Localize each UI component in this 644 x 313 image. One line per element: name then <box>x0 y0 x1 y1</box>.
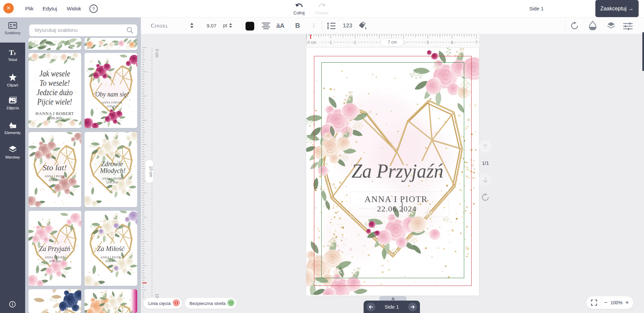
svg-text:2: 2 <box>354 40 356 45</box>
svg-text:Pijcie wiele!: Pijcie wiele! <box>37 97 72 106</box>
svg-text:Oby nam się!: Oby nam się! <box>95 90 129 98</box>
svg-text:Sto lat!: Sto lat! <box>43 163 67 172</box>
svg-text:10: 10 <box>155 294 159 298</box>
svg-text:Za Przyjaźń: Za Przyjaźń <box>39 245 70 253</box>
svg-text:22.06.2024: 22.06.2024 <box>105 260 116 263</box>
svg-text:5: 5 <box>427 40 429 45</box>
svg-text:Młodych!: Młodych! <box>100 167 125 175</box>
svg-text:6: 6 <box>451 40 453 45</box>
svg-text:?: ? <box>92 6 95 11</box>
svg-text:HANNA I ROBERT: HANNA I ROBERT <box>36 111 74 116</box>
svg-text:ANNA I PIOTR: ANNA I PIOTR <box>102 101 122 104</box>
svg-text:ANNA I PIOTR: ANNA I PIOTR <box>102 177 122 180</box>
svg-text:Jak wesele: Jak wesele <box>39 69 70 78</box>
svg-text:ANNA I PIOTR: ANNA I PIOTR <box>45 256 65 259</box>
svg-text:Zdrowie: Zdrowie <box>101 160 123 168</box>
svg-text:Za Miłość: Za Miłość <box>97 245 125 252</box>
svg-text:22.06.2024: 22.06.2024 <box>377 204 417 213</box>
svg-text:Za Przyjaźń: Za Przyjaźń <box>352 160 443 182</box>
svg-text:ANNA I PIOTR: ANNA I PIOTR <box>101 256 121 259</box>
svg-text:22.06.2024: 22.06.2024 <box>49 179 60 182</box>
svg-text:0 cm: 0 cm <box>308 40 316 45</box>
svg-text:Jedzcie dużo: Jedzcie dużo <box>37 88 73 97</box>
svg-text:1: 1 <box>330 40 332 45</box>
svg-text:0 cm: 0 cm <box>155 49 159 58</box>
svg-text:To wesele!: To wesele! <box>40 78 70 87</box>
svg-text:7: 7 <box>475 40 478 45</box>
svg-text:22.06.2024: 22.06.2024 <box>49 260 60 263</box>
svg-text:22.06.2024: 22.06.2024 <box>106 105 118 108</box>
svg-text:22.06.2024: 22.06.2024 <box>47 116 62 120</box>
svg-text:22.06.2024: 22.06.2024 <box>106 181 118 184</box>
svg-text:ANNA I PIOTR: ANNA I PIOTR <box>45 175 65 178</box>
